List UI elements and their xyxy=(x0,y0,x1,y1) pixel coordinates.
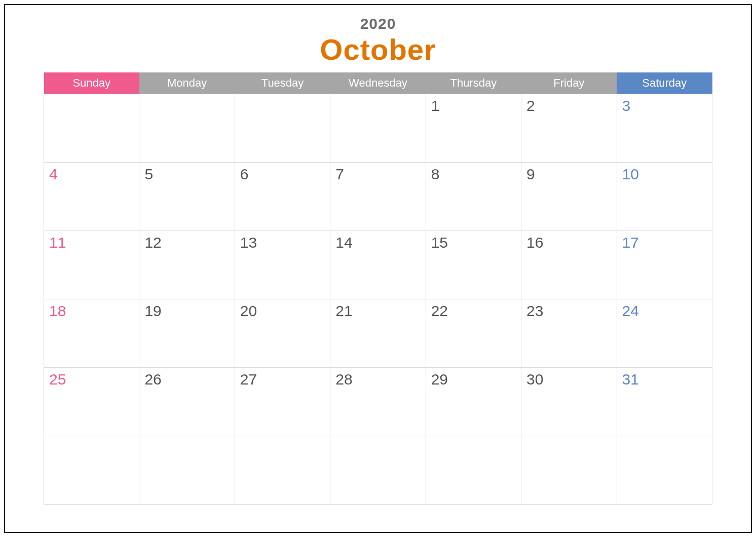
day-cell: 12 xyxy=(139,231,235,299)
day-cell: 25 xyxy=(44,367,139,436)
day-cell xyxy=(426,436,521,504)
day-cell: 17 xyxy=(617,231,712,299)
day-cell: 15 xyxy=(426,231,521,299)
header-sunday: Sunday xyxy=(44,72,139,94)
day-cell xyxy=(330,436,426,504)
week-row: 1 2 3 xyxy=(44,94,712,162)
day-cell: 27 xyxy=(235,367,330,436)
page: 2020 October Sunday Monday Tuesday Wedne… xyxy=(0,0,756,537)
day-cell: 16 xyxy=(521,231,617,299)
day-cell: 7 xyxy=(330,162,426,231)
day-cell: 2 xyxy=(521,94,617,162)
day-cell: 14 xyxy=(330,231,426,299)
day-cell: 20 xyxy=(235,299,330,367)
day-cell xyxy=(235,436,330,504)
week-row xyxy=(44,436,712,504)
day-cell xyxy=(139,94,235,162)
week-row: 25 26 27 28 29 30 31 xyxy=(44,367,712,436)
day-cell xyxy=(235,94,330,162)
header-thursday: Thursday xyxy=(426,72,521,94)
day-cell: 1 xyxy=(426,94,521,162)
month-label: October xyxy=(44,34,712,65)
day-cell: 6 xyxy=(235,162,330,231)
calendar-table: Sunday Monday Tuesday Wednesday Thursday… xyxy=(44,72,712,505)
day-cell: 8 xyxy=(426,162,521,231)
day-cell: 13 xyxy=(235,231,330,299)
header-monday: Monday xyxy=(139,72,235,94)
week-row: 11 12 13 14 15 16 17 xyxy=(44,231,712,299)
day-cell: 29 xyxy=(426,367,521,436)
weekday-header-row: Sunday Monday Tuesday Wednesday Thursday… xyxy=(44,72,712,94)
header-wednesday: Wednesday xyxy=(330,72,426,94)
day-cell: 4 xyxy=(44,162,139,231)
day-cell: 3 xyxy=(617,94,712,162)
day-cell: 5 xyxy=(139,162,235,231)
calendar-frame: 2020 October Sunday Monday Tuesday Wedne… xyxy=(4,4,752,533)
day-cell: 18 xyxy=(44,299,139,367)
week-row: 4 5 6 7 8 9 10 xyxy=(44,162,712,231)
week-row: 18 19 20 21 22 23 24 xyxy=(44,299,712,367)
day-cell: 22 xyxy=(426,299,521,367)
day-cell xyxy=(139,436,235,504)
day-cell: 31 xyxy=(617,367,712,436)
year-label: 2020 xyxy=(44,16,712,31)
day-cell: 9 xyxy=(521,162,617,231)
header-saturday: Saturday xyxy=(617,72,712,94)
day-cell xyxy=(330,94,426,162)
day-cell xyxy=(44,436,139,504)
day-cell: 10 xyxy=(617,162,712,231)
day-cell xyxy=(44,94,139,162)
day-cell: 23 xyxy=(521,299,617,367)
day-cell: 24 xyxy=(617,299,712,367)
day-cell: 28 xyxy=(330,367,426,436)
day-cell: 21 xyxy=(330,299,426,367)
header-friday: Friday xyxy=(521,72,617,94)
day-cell: 11 xyxy=(44,231,139,299)
day-cell: 26 xyxy=(139,367,235,436)
day-cell xyxy=(617,436,712,504)
day-cell: 30 xyxy=(521,367,617,436)
day-cell: 19 xyxy=(139,299,235,367)
header-tuesday: Tuesday xyxy=(235,72,330,94)
day-cell xyxy=(521,436,617,504)
